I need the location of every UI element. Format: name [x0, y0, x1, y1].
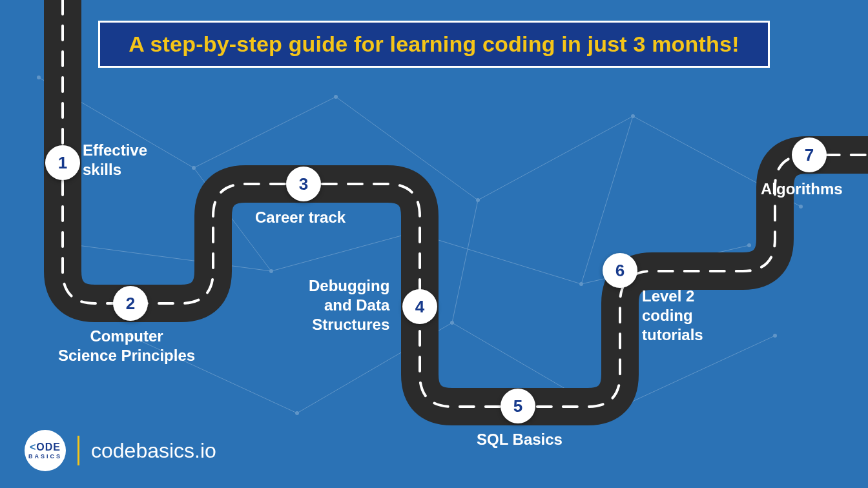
step-marker-6: 6	[603, 253, 637, 288]
step-number-5: 5	[513, 396, 522, 416]
step-marker-4: 4	[402, 289, 437, 324]
step-label-2: Computer Science Principles	[58, 327, 195, 365]
step-label-4: Debugging and Data Structures	[309, 276, 389, 334]
step-label-7: Algorithms	[761, 179, 843, 199]
step-marker-1: 1	[45, 145, 80, 180]
step-label-1: Effective skills	[83, 141, 147, 179]
step-label-6: Level 2 coding tutorials	[642, 287, 703, 345]
brand-logo: <ODE BASICS	[25, 430, 66, 471]
step-number-1: 1	[58, 153, 67, 173]
step-label-5: SQL Basics	[477, 430, 563, 449]
step-number-2: 2	[126, 294, 135, 314]
logo-bottom-text: BASICS	[28, 454, 62, 460]
step-number-6: 6	[615, 261, 625, 281]
footer: <ODE BASICS codebasics.io	[25, 430, 216, 471]
brand-url: codebasics.io	[91, 439, 216, 463]
logo-lt-icon: <	[30, 442, 36, 452]
logo-top-text: ODE	[36, 442, 61, 452]
title-banner: A step-by-step guide for learning coding…	[98, 21, 770, 68]
step-marker-7: 7	[792, 137, 827, 172]
step-number-4: 4	[415, 297, 424, 317]
page-title: A step-by-step guide for learning coding…	[129, 32, 739, 56]
step-number-7: 7	[805, 145, 814, 165]
step-label-3: Career track	[255, 208, 346, 227]
step-marker-5: 5	[501, 389, 535, 423]
step-marker-3: 3	[286, 167, 321, 201]
step-number-3: 3	[299, 174, 308, 194]
footer-divider	[78, 436, 79, 465]
step-marker-2: 2	[113, 286, 148, 321]
